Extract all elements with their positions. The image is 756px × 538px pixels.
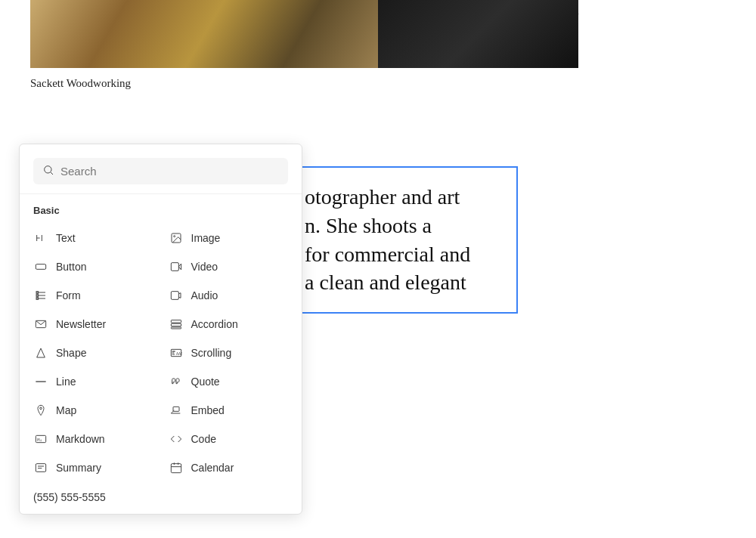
menu-item-calendar[interactable]: Calendar	[161, 453, 296, 482]
svg-line-1	[51, 172, 53, 175]
summary-icon	[33, 460, 48, 475]
svg-rect-35	[171, 464, 181, 473]
form-icon	[33, 288, 48, 303]
menu-item-map[interactable]: Map	[26, 396, 161, 425]
items-grid: Text Image Button Video	[20, 221, 302, 485]
svg-rect-19	[171, 323, 181, 326]
button-icon	[33, 259, 48, 274]
image-card-right: Crosby Nursery	[507, 0, 578, 22]
search-container	[20, 144, 302, 194]
calendar-label: Calendar	[191, 462, 234, 474]
svg-point-28	[40, 407, 42, 410]
quote-icon	[169, 374, 184, 389]
menu-item-scrolling[interactable]: AAF Scrolling	[161, 339, 296, 367]
section-basic-label: Basic	[20, 194, 302, 221]
scrolling-label: Scrolling	[191, 347, 232, 359]
svg-rect-16	[171, 292, 178, 300]
newsletter-icon	[33, 317, 48, 332]
svg-text:M↓: M↓	[37, 438, 42, 442]
svg-point-6	[173, 236, 175, 237]
menu-item-accordion[interactable]: Accordion	[161, 310, 296, 339]
shape-label: Shape	[56, 347, 86, 359]
code-icon	[169, 431, 184, 447]
accordion-label: Accordion	[191, 318, 238, 330]
accordion-icon	[169, 317, 184, 332]
line-label: Line	[56, 376, 76, 388]
text-content-block: otographer and artn. She shoots afor com…	[291, 166, 518, 314]
menu-item-summary[interactable]: Summary	[26, 453, 161, 482]
svg-rect-32	[36, 464, 45, 472]
image-label: Image	[191, 232, 221, 244]
button-label: Button	[56, 261, 86, 273]
svg-rect-18	[171, 320, 181, 323]
menu-item-shape[interactable]: Shape	[26, 339, 161, 367]
video-label: Video	[191, 261, 218, 273]
form-label: Form	[56, 289, 81, 301]
sackett-label: Sackett Woodworking	[30, 77, 476, 90]
markdown-icon: M↓	[33, 431, 48, 447]
summary-label: Summary	[56, 462, 101, 474]
menu-item-code[interactable]: Code	[161, 425, 296, 453]
top-image-section: Sackett Woodworking Crosby Nursery	[0, 0, 756, 105]
phone-number: (555) 555-5555	[20, 485, 302, 506]
shape-icon	[33, 345, 48, 360]
code-label: Code	[191, 433, 216, 445]
text-content-text: otographer and artn. She shoots afor com…	[305, 183, 504, 297]
svg-rect-20	[171, 327, 181, 329]
svg-rect-8	[171, 263, 178, 271]
search-input[interactable]	[60, 165, 279, 178]
newsletter-label: Newsletter	[56, 318, 106, 330]
add-block-panel: Basic Text Image Button	[19, 144, 302, 515]
menu-item-form[interactable]: Form	[26, 281, 161, 310]
crosby-image	[378, 0, 578, 68]
menu-item-video[interactable]: Video	[161, 252, 296, 281]
svg-rect-7	[36, 264, 45, 270]
svg-text:AAF: AAF	[176, 352, 182, 356]
menu-item-line[interactable]: Line	[26, 367, 161, 396]
map-icon	[33, 403, 48, 418]
menu-item-audio[interactable]: Audio	[161, 281, 296, 310]
search-icon	[42, 164, 54, 178]
svg-marker-21	[37, 348, 45, 357]
embed-label: Embed	[191, 404, 225, 416]
search-box[interactable]	[33, 158, 288, 184]
markdown-label: Markdown	[56, 433, 105, 445]
line-icon	[33, 374, 48, 389]
calendar-icon	[169, 460, 184, 475]
quote-label: Quote	[191, 376, 220, 388]
menu-item-newsletter[interactable]: Newsletter	[26, 310, 161, 339]
svg-point-0	[45, 166, 51, 173]
text-icon	[33, 230, 48, 246]
video-icon	[169, 259, 184, 274]
image-icon	[169, 230, 184, 246]
scrolling-icon: AAF	[169, 345, 184, 360]
menu-item-embed[interactable]: Embed	[161, 396, 296, 425]
embed-icon	[169, 403, 184, 418]
menu-item-button[interactable]: Button	[26, 252, 161, 281]
audio-icon	[169, 288, 184, 303]
menu-item-quote[interactable]: Quote	[161, 367, 296, 396]
map-label: Map	[56, 404, 76, 416]
menu-item-image[interactable]: Image	[161, 224, 296, 252]
text-label: Text	[56, 232, 76, 244]
menu-item-text[interactable]: Text	[26, 224, 161, 252]
menu-item-markdown[interactable]: M↓ Markdown	[26, 425, 161, 453]
audio-label: Audio	[191, 289, 218, 301]
